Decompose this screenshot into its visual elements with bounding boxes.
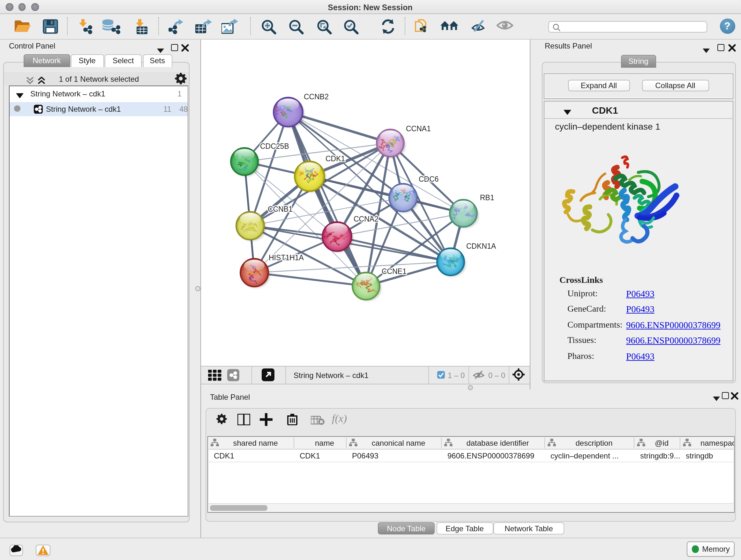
svg-text:CCNA2: CCNA2 (354, 215, 379, 223)
svg-text:CCNE1: CCNE1 (382, 267, 407, 275)
svg-text:CDKN1A: CDKN1A (466, 242, 496, 250)
svg-text:CCNB2: CCNB2 (304, 92, 329, 101)
svg-text:HIST1H1A: HIST1H1A (269, 253, 304, 262)
svg-text:CDC6: CDC6 (419, 175, 439, 183)
svg-text:CDK1: CDK1 (326, 154, 345, 163)
svg-text:CDC25B: CDC25B (260, 142, 289, 150)
svg-text:CCNB1: CCNB1 (268, 205, 293, 213)
svg-text:CCNA1: CCNA1 (406, 125, 431, 133)
svg-text:RB1: RB1 (480, 193, 494, 202)
